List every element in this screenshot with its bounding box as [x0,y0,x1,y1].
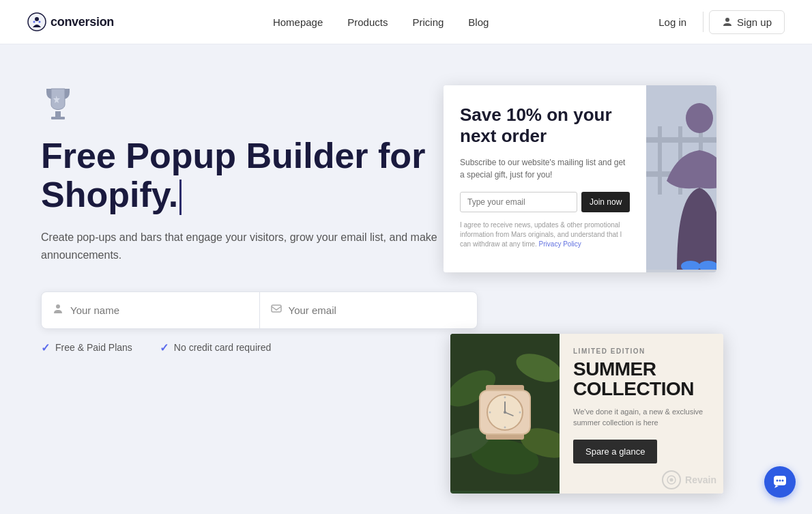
svg-point-3 [39,21,41,23]
svg-point-37 [519,412,521,414]
hero-section: Free Popup Builder for Shopify. Create p… [0,44,812,514]
revain-text: Revain [685,474,716,485]
hero-checks: ✓ Free & Paid Plans ✓ No credit card req… [41,341,478,354]
popup-email-submit[interactable]: Join now [581,192,630,212]
person-silhouette [646,85,716,270]
logo[interactable]: conversion [27,12,114,31]
email-input[interactable] [289,292,467,328]
popup-email-title: Save 10% on your next order [460,104,630,147]
popup-summer: × [450,334,723,494]
email-field-container [259,292,478,328]
hero-subtitle: Create pop-ups and bars that engage your… [41,229,450,263]
popup-summer-button[interactable]: Spare a glance [573,440,657,463]
privacy-policy-link[interactable]: Privacy Policy [539,240,581,248]
nav-actions: Log in Sign up [648,10,785,34]
check-no-credit: ✓ No credit card required [160,341,271,354]
revain-icon [662,470,681,489]
popup-summer-image [450,334,560,494]
popup-email-form: Join now [460,192,630,212]
svg-rect-5 [55,111,61,117]
hero-title: Free Popup Builder for Shopify. [41,137,478,215]
nav-products[interactable]: Products [347,16,388,28]
login-button[interactable]: Log in [648,11,697,33]
nav-homepage[interactable]: Homepage [273,16,323,28]
check-free-plans: ✓ Free & Paid Plans [41,341,132,354]
name-field-container [42,292,259,328]
checkmark-icon: ✓ [41,341,50,354]
watch-svg [450,334,560,491]
popup-email-image [646,85,716,272]
nav-blog[interactable]: Blog [468,16,489,28]
popup-email: × Save 10% on your next order Subscribe … [444,85,716,272]
svg-point-43 [782,480,784,482]
popup-summer-content: LIMITED EDITION SUMMERCOLLECTION We've d… [560,334,723,494]
revain-logo: Revain [655,466,723,494]
nav-divider [703,12,704,32]
nav-links: Homepage Products Pricing Blog [273,16,489,28]
hero-left: Free Popup Builder for Shopify. Create p… [41,85,478,354]
email-icon [271,303,282,317]
person-icon [53,303,63,317]
svg-point-41 [777,480,779,482]
hero-form [41,291,478,329]
popup-summer-title: SUMMERCOLLECTION [573,359,710,399]
popup-email-subtitle: Subscribe to our website's mailing list … [460,156,630,181]
trophy-icon [41,85,478,126]
svg-point-4 [725,18,729,22]
popup-email-legal: I agree to receive news, updates & other… [460,220,630,249]
name-input[interactable] [70,292,248,328]
svg-point-42 [779,480,781,482]
svg-point-1 [35,17,39,21]
svg-point-36 [489,412,491,414]
popup-email-input[interactable] [460,192,577,212]
popup-summer-desc: We've done it again, a new & exclusive s… [573,406,710,429]
signup-button[interactable]: Sign up [709,10,785,34]
svg-point-2 [33,21,35,23]
svg-point-34 [504,397,506,399]
svg-point-35 [504,427,506,429]
popup-summer-label: LIMITED EDITION [573,347,710,355]
svg-rect-6 [51,117,65,119]
chat-icon [772,474,787,489]
svg-point-39 [670,479,673,482]
svg-rect-8 [272,305,281,312]
checkmark-icon-2: ✓ [160,341,169,354]
nav-pricing[interactable]: Pricing [412,16,444,28]
svg-point-33 [504,411,506,414]
user-icon [722,16,733,27]
chat-button[interactable] [764,466,796,498]
logo-text: conversion [50,15,114,29]
svg-point-0 [28,13,46,31]
logo-icon [27,12,46,31]
svg-point-7 [56,304,60,309]
popup-email-content: Save 10% on your next order Subscribe to… [444,85,646,272]
navigation: conversion Homepage Products Pricing Blo… [0,0,812,44]
svg-point-17 [686,103,713,133]
